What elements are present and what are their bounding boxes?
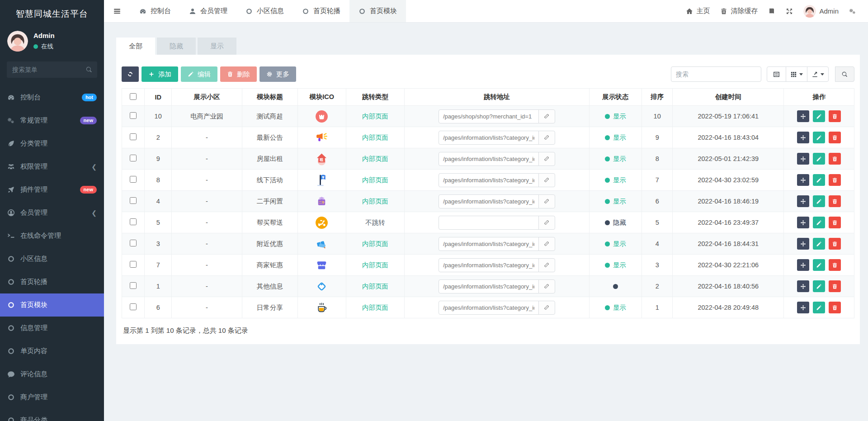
move-button[interactable] [797,280,809,292]
edit-button[interactable]: 编辑 [181,66,217,82]
settings-button[interactable] [849,8,856,15]
sidebar-item-首页轮播[interactable]: 首页轮播 [0,270,104,293]
clear-cache-button[interactable]: 清除缓存 [720,7,758,15]
sidebar-item-小区信息[interactable]: 小区信息 [0,247,104,270]
sidebar-item-权限管理[interactable]: 权限管理 ❮ [0,155,104,178]
sidebar-item-商户管理[interactable]: 商户管理 [0,386,104,409]
sidebar-item-常规管理[interactable]: 常规管理 new [0,109,104,132]
link-button[interactable] [538,301,555,315]
columns-button[interactable] [786,66,807,82]
url-input[interactable] [439,237,539,251]
more-button[interactable]: 更多 [259,66,296,82]
home-link[interactable]: 主页 [686,7,710,15]
user-menu[interactable]: Admin [803,5,839,18]
sidebar-item-商品分类[interactable]: 商品分类 [0,409,104,421]
row-checkbox[interactable] [130,303,137,310]
nav-tab-小区信息[interactable]: 小区信息 [236,0,293,22]
link-button[interactable] [538,237,555,251]
nav-tab-会员管理[interactable]: 会员管理 [180,0,236,22]
link-button[interactable] [538,131,555,145]
edit-row-button[interactable] [813,217,825,228]
delete-row-button[interactable] [829,153,841,165]
column-header-ID[interactable]: ID [145,89,172,106]
link-button[interactable] [538,152,555,166]
edit-row-button[interactable] [813,259,825,271]
edit-row-button[interactable] [813,195,825,207]
sidebar-item-首页模块[interactable]: 首页模块 [0,293,104,317]
move-button[interactable] [797,153,809,165]
sidebar-item-分类管理[interactable]: 分类管理 [0,132,104,155]
sidebar-item-在线命令管理[interactable]: 在线命令管理 [0,224,104,247]
nav-tab-控制台[interactable]: 控制台 [130,0,180,22]
row-checkbox[interactable] [130,282,137,289]
move-button[interactable] [797,259,809,271]
move-button[interactable] [797,217,809,228]
url-input[interactable] [439,279,539,293]
column-header-跳转地址[interactable]: 跳转地址 [405,89,589,106]
link-button[interactable] [538,173,555,187]
add-button[interactable]: 添加 [142,66,178,82]
filter-tab-全部[interactable]: 全部 [116,38,155,55]
link-button[interactable] [538,258,555,272]
delete-row-button[interactable] [829,110,841,122]
export-button[interactable] [807,66,829,82]
language-button[interactable] [768,8,775,15]
detail-view-button[interactable] [767,66,786,82]
sidebar-item-插件管理[interactable]: 插件管理 new [0,178,104,201]
sidebar-item-评论信息[interactable]: 评论信息 [0,363,104,386]
column-header-模块ICO[interactable]: 模块ICO [297,89,346,106]
delete-row-button[interactable] [829,217,841,228]
delete-row-button[interactable] [829,280,841,292]
url-input[interactable] [439,216,539,230]
row-checkbox[interactable] [130,197,137,204]
sidebar-item-控制台[interactable]: 控制台 hot [0,86,104,109]
edit-row-button[interactable] [813,132,825,143]
url-input[interactable] [439,258,539,272]
table-search-input[interactable] [671,66,761,82]
column-header-操作[interactable]: 操作 [784,89,854,106]
sidebar-item-信息管理[interactable]: 信息管理 [0,317,104,340]
delete-row-button[interactable] [829,174,841,186]
move-button[interactable] [797,110,809,122]
edit-row-button[interactable] [813,280,825,292]
select-all-checkbox[interactable] [130,93,137,100]
delete-button[interactable]: 删除 [220,66,257,82]
column-header-模块标题[interactable]: 模块标题 [242,89,297,106]
row-checkbox[interactable] [130,112,137,119]
nav-tab-首页轮播[interactable]: 首页轮播 [293,0,349,22]
fullscreen-button[interactable] [786,8,793,15]
row-checkbox[interactable] [130,155,137,161]
column-header-跳转类型[interactable]: 跳转类型 [346,89,405,106]
url-input[interactable] [439,301,539,315]
edit-row-button[interactable] [813,153,825,165]
row-checkbox[interactable] [130,261,137,268]
search-toggle-button[interactable] [835,66,854,82]
refresh-button[interactable] [122,66,139,82]
sidebar-item-会员管理[interactable]: 会员管理 ❮ [0,201,104,224]
link-button[interactable] [538,109,555,123]
delete-row-button[interactable] [829,238,841,250]
url-input[interactable] [439,173,539,187]
edit-row-button[interactable] [813,302,825,313]
delete-row-button[interactable] [829,195,841,207]
edit-row-button[interactable] [813,174,825,186]
row-checkbox[interactable] [130,133,137,140]
row-checkbox[interactable] [130,240,137,246]
edit-row-button[interactable] [813,110,825,122]
edit-row-button[interactable] [813,238,825,250]
move-button[interactable] [797,174,809,186]
nav-tab-首页模块[interactable]: 首页模块 [349,0,406,22]
url-input[interactable] [439,194,539,208]
delete-row-button[interactable] [829,259,841,271]
column-header-创建时间[interactable]: 创建时间 [673,89,784,106]
filter-tab-隐藏[interactable]: 隐藏 [157,38,196,55]
move-button[interactable] [797,238,809,250]
link-button[interactable] [538,279,555,293]
sidebar-item-单页内容[interactable]: 单页内容 [0,340,104,363]
link-button[interactable] [538,216,555,230]
column-header-展示状态[interactable]: 展示状态 [589,89,642,106]
row-checkbox[interactable] [130,218,137,225]
menu-toggle-button[interactable] [104,0,130,22]
move-button[interactable] [797,132,809,143]
url-input[interactable] [439,109,539,123]
